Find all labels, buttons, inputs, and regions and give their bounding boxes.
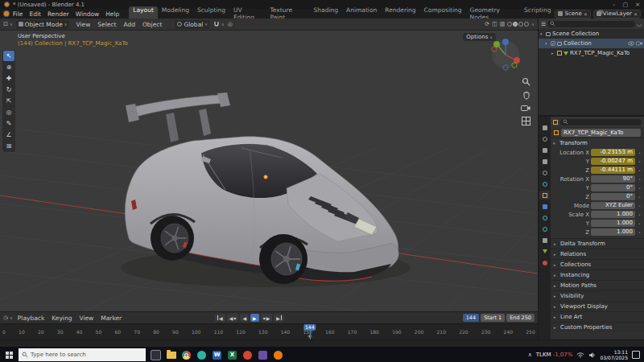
timeline-ruler[interactable]: 0102030405060708090100110120130140150160… [0, 323, 538, 339]
keyframe-decorator-icon[interactable]: • [637, 159, 642, 164]
viewport-menu-item[interactable]: View [72, 21, 93, 28]
menu-item[interactable]: Window [72, 10, 103, 18]
taskview-icon[interactable] [150, 349, 162, 361]
outliner-search-field[interactable] [547, 21, 635, 27]
hide-eye-icon[interactable] [628, 41, 634, 46]
timeline-menu-item[interactable]: Keying [48, 315, 75, 322]
outliner-row-scene-collection[interactable]: ▾ Scene Collection [539, 29, 644, 39]
rotate-tool[interactable]: ↻ [3, 84, 14, 95]
transform-value-field[interactable]: 1.000 [591, 211, 635, 218]
keyframe-decorator-icon[interactable]: • [637, 168, 642, 173]
shading-material-icon[interactable] [518, 22, 523, 27]
proportional-edit-icon[interactable]: ◎ [228, 21, 233, 27]
tab-modifiers[interactable] [539, 202, 550, 211]
wifi-icon[interactable] [576, 352, 584, 358]
viewport-menu-item[interactable]: Add [120, 21, 138, 28]
properties-section-header[interactable]: ▸ Visibility [551, 290, 644, 301]
viewlayer-selector[interactable]: ViewLayer ✕ [593, 10, 641, 19]
transform-value-field[interactable]: -0.00247 m [591, 158, 635, 165]
tab-material[interactable] [539, 258, 550, 267]
transform-value-field[interactable]: 1.000 [591, 220, 635, 227]
transform-value-field[interactable]: 0° [591, 184, 635, 191]
transform-value-field[interactable]: 0° [591, 193, 635, 200]
expand-icon[interactable]: ▸ [551, 51, 555, 56]
transform-value-field[interactable]: 90° [591, 175, 635, 183]
keyframe-decorator-icon[interactable]: • [637, 150, 642, 155]
camera-view-icon[interactable] [521, 105, 530, 112]
transform-value-field[interactable]: -0.44111 m [591, 167, 635, 174]
frame-start-field[interactable]: Start1 [481, 314, 505, 322]
stock-widget[interactable]: TLKM -1,07% [536, 352, 573, 358]
tab-tool[interactable] [539, 123, 550, 132]
scene-unlink-icon[interactable]: ✕ [584, 11, 588, 17]
collection-checkbox-icon[interactable]: ✓ [551, 41, 555, 46]
orientation-dropdown[interactable]: Global ∨ [175, 20, 210, 29]
keyframe-decorator-icon[interactable]: • [637, 177, 642, 182]
transform-section-header[interactable]: ▾ Transform [551, 138, 644, 148]
timeline-menu-item[interactable]: View [76, 315, 97, 322]
prev-keyframe-button[interactable]: ◀◆ [227, 314, 239, 322]
tab-constraints[interactable] [539, 236, 550, 245]
jump-to-end-button[interactable]: ▶ [274, 314, 284, 322]
tab-object[interactable] [539, 191, 550, 200]
start-button[interactable] [2, 348, 16, 362]
properties-section-header[interactable]: ▸ Collections [551, 259, 644, 269]
xray-toggle-icon[interactable]: ▥ [500, 21, 506, 27]
tab-world[interactable] [539, 179, 550, 188]
maximize-button[interactable]: ▢ [623, 2, 629, 8]
editor-type-button[interactable]: ⊡ ∨ [3, 21, 13, 27]
expand-icon[interactable]: ▾ [540, 31, 544, 36]
timeline-menu-item[interactable]: Playback [14, 315, 47, 322]
tab-physics[interactable] [539, 224, 550, 233]
add-cube-tool[interactable]: ⊞ [3, 141, 14, 151]
timeline-menu-item[interactable]: Marker [97, 315, 125, 322]
keyframe-decorator-icon[interactable]: • [637, 204, 642, 208]
outliner-filter-icon[interactable]: ◡ [637, 21, 642, 27]
properties-search-field[interactable] [560, 119, 642, 125]
options-dropdown[interactable]: Options ∨ [463, 33, 496, 41]
cursor-tool[interactable]: ⊕ [3, 62, 14, 72]
mode-dropdown[interactable]: Object Mode ∨ [16, 20, 70, 29]
app-purple-icon[interactable] [257, 349, 269, 361]
play-reverse-button[interactable]: ◀ [240, 314, 249, 322]
pan-hand-icon[interactable] [522, 91, 530, 100]
app-blue-icon[interactable]: W [211, 349, 223, 361]
keyframe-decorator-icon[interactable]: • [637, 230, 642, 235]
properties-section-header[interactable]: ▸ Motion Paths [551, 280, 644, 290]
annotate-tool[interactable]: ✎ [3, 118, 14, 129]
gizmos-toggle-icon[interactable]: ⟳ [485, 21, 489, 27]
transform-value-field[interactable]: -0.23153 m [591, 149, 635, 156]
zoom-icon[interactable] [522, 77, 530, 86]
select-box-tool[interactable]: ↖ [3, 51, 14, 61]
viewlayer-remove-icon[interactable]: ✕ [634, 11, 638, 17]
tab-scene[interactable] [539, 168, 550, 177]
overlays-toggle-icon[interactable]: ◫ [492, 21, 497, 27]
navigation-gizmo[interactable] [492, 39, 520, 70]
menu-item[interactable]: File [10, 10, 27, 18]
viewport-3d[interactable]: User Perspective (144) Collection | RX7_… [0, 31, 538, 311]
app-red-icon[interactable] [242, 349, 254, 361]
object-name-field[interactable]: RX7_TCP_Magic_KaTo [561, 129, 641, 137]
properties-section-header[interactable]: ▸ Viewport Display [551, 301, 644, 311]
ortho-grid-icon[interactable] [522, 117, 530, 125]
tab-output[interactable] [539, 146, 550, 154]
car-model[interactable] [125, 93, 398, 284]
tab-render[interactable] [539, 134, 550, 143]
properties-section-header[interactable]: ▸ Relations [551, 249, 644, 259]
taskbar-clock[interactable]: 13:11 03/07/2025 [600, 349, 628, 360]
shading-rendered-icon[interactable] [524, 22, 529, 27]
action-center-icon[interactable] [632, 351, 640, 359]
properties-section-header[interactable]: ▸ Delta Transform [551, 238, 644, 249]
close-button[interactable]: ✕ [635, 2, 640, 8]
gizmo-y-axis-icon[interactable] [493, 41, 500, 47]
properties-section-header[interactable]: ▸ Custom Properties [551, 322, 644, 332]
jump-to-start-button[interactable]: ◀ [215, 314, 225, 322]
gizmo-z-axis-icon[interactable] [502, 39, 509, 45]
shading-solid-icon[interactable] [513, 22, 518, 27]
timeline-editor-icon[interactable]: ◷ [3, 315, 8, 321]
play-button[interactable]: ▶ [250, 314, 259, 322]
menu-item[interactable]: Edit [26, 10, 44, 18]
blender-menu-icon[interactable] [3, 10, 10, 17]
outliner-row-collection[interactable]: ▾ ✓ Collection [539, 39, 644, 48]
properties-section-header[interactable]: ▸ Instancing [551, 269, 644, 280]
